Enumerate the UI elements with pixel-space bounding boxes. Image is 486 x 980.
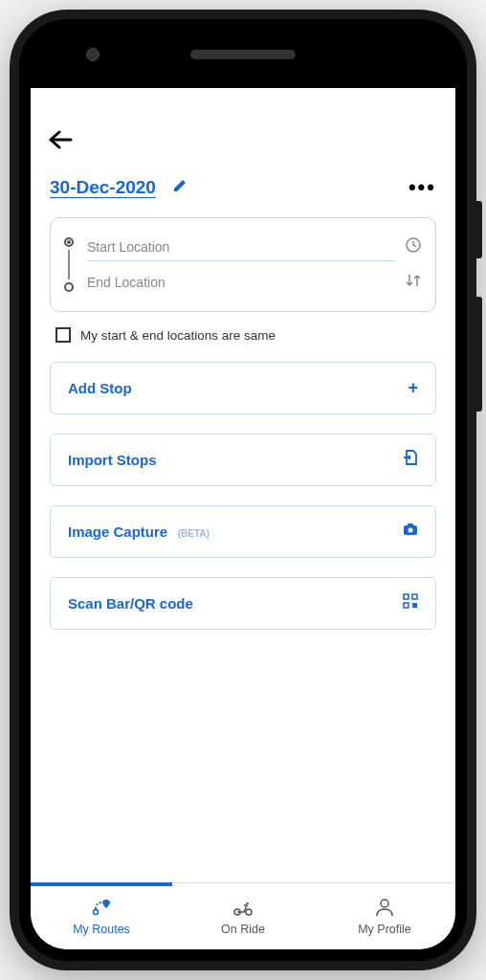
phone-side-button [476, 201, 482, 258]
status-bar [31, 88, 455, 115]
camera-icon [403, 522, 418, 542]
phone-side-button [476, 297, 482, 412]
profile-icon [374, 898, 395, 920]
phone-frame: 30-Dec-2020 ••• [10, 10, 476, 970]
nav-on-ride[interactable]: On Ride [172, 883, 314, 949]
start-location-row [87, 234, 422, 261]
recent-icon[interactable] [405, 236, 422, 258]
scan-code-button[interactable]: Scan Bar/QR code [50, 577, 436, 630]
svg-point-8 [94, 909, 99, 914]
svg-rect-6 [404, 603, 409, 608]
start-location-input[interactable] [87, 234, 395, 261]
phone-speaker [190, 50, 296, 59]
svg-point-2 [409, 528, 413, 533]
phone-camera [86, 48, 99, 61]
location-inputs [87, 234, 422, 296]
qr-code-icon [403, 593, 418, 613]
nav-my-routes[interactable]: My Routes [31, 883, 172, 949]
add-stop-label: Add Stop [68, 380, 132, 396]
nav-my-profile-label: My Profile [358, 923, 411, 936]
route-icon [91, 898, 112, 920]
content-area: My start & end locations are same Add St… [31, 217, 455, 882]
same-location-row: My start & end locations are same [50, 312, 436, 362]
swap-icon[interactable] [405, 272, 422, 294]
back-button[interactable] [48, 126, 73, 156]
same-location-label: My start & end locations are same [80, 328, 276, 343]
nav-my-routes-label: My Routes [73, 923, 130, 936]
end-dot-icon [64, 282, 74, 292]
import-stops-label: Import Stops [68, 452, 157, 468]
add-stop-button[interactable]: Add Stop + [50, 362, 436, 414]
image-capture-button[interactable]: Image Capture (BETA) [50, 505, 436, 558]
phone-inner: 30-Dec-2020 ••• [19, 19, 467, 961]
nav-on-ride-label: On Ride [221, 923, 265, 936]
beta-badge: (BETA) [178, 528, 210, 539]
header [31, 115, 455, 164]
edit-date-icon[interactable] [173, 179, 187, 196]
date-text[interactable]: 30-Dec-2020 [50, 177, 156, 198]
date-left: 30-Dec-2020 [50, 177, 187, 198]
image-capture-label: Image Capture [68, 523, 167, 540]
plus-icon: + [408, 378, 418, 398]
scan-code-label: Scan Bar/QR code [68, 595, 193, 612]
import-stops-button[interactable]: Import Stops [50, 434, 436, 486]
svg-rect-3 [408, 523, 413, 526]
svg-rect-4 [404, 594, 409, 599]
end-location-row [87, 269, 422, 296]
end-location-input[interactable] [87, 269, 395, 296]
route-line-decoration [64, 234, 74, 296]
svg-point-11 [381, 900, 388, 907]
scooter-icon [232, 898, 254, 920]
app-screen: 30-Dec-2020 ••• [31, 88, 455, 949]
nav-my-profile[interactable]: My Profile [314, 883, 455, 949]
image-capture-label-wrap: Image Capture (BETA) [68, 523, 210, 541]
more-menu-icon[interactable]: ••• [409, 175, 436, 200]
bottom-nav: My Routes On Ride My Profile [31, 882, 455, 949]
date-row: 30-Dec-2020 ••• [31, 164, 455, 217]
location-card [50, 217, 436, 312]
svg-point-10 [246, 909, 252, 915]
same-location-checkbox[interactable] [55, 327, 71, 343]
connector-line [68, 250, 70, 279]
nav-active-indicator [31, 882, 172, 886]
import-file-icon [403, 450, 418, 470]
svg-rect-5 [412, 594, 417, 599]
svg-rect-7 [412, 603, 417, 608]
start-dot-icon [64, 237, 74, 247]
